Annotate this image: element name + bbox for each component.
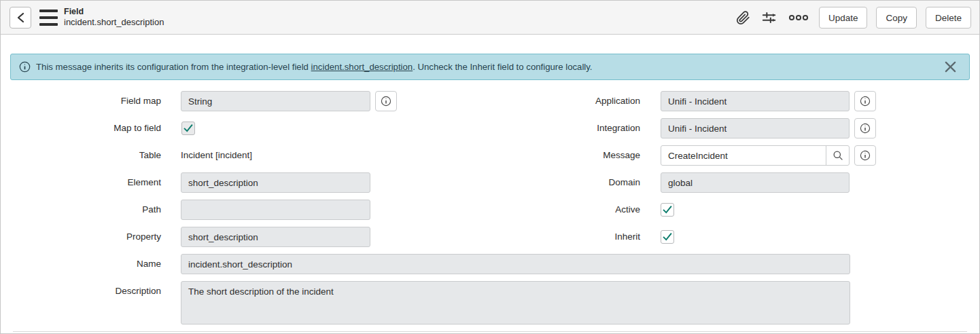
application-info-button[interactable] <box>854 91 876 111</box>
field-map-label: Field map <box>1 91 161 111</box>
checkmark-icon <box>663 205 672 215</box>
message-lookup-button[interactable] <box>826 146 849 165</box>
info-icon <box>860 123 871 134</box>
map-to-field-label: Map to field <box>1 118 161 138</box>
field-map-info-button[interactable] <box>375 91 397 111</box>
description-label: Description <box>1 281 161 301</box>
element-input[interactable] <box>181 172 370 193</box>
property-input[interactable] <box>181 227 370 247</box>
name-label: Name <box>1 254 161 274</box>
domain-label: Domain <box>480 172 640 193</box>
message-label: Message <box>480 145 640 166</box>
integration-input[interactable] <box>661 118 850 138</box>
description-textarea[interactable]: The short description of the incident <box>181 281 850 324</box>
path-input[interactable] <box>181 200 370 220</box>
search-icon <box>833 150 843 161</box>
info-icon <box>860 96 871 107</box>
map-to-field-checkbox[interactable] <box>181 122 195 135</box>
table-label: Table <box>1 145 161 166</box>
message-reference-field <box>661 145 850 166</box>
inherit-label: Inherit <box>480 227 640 247</box>
name-input[interactable] <box>181 254 850 274</box>
field-map-input[interactable] <box>181 91 370 111</box>
integration-info-button[interactable] <box>854 118 876 138</box>
application-label: Application <box>480 91 640 111</box>
field-form: Field map Application Map to field Integ… <box>1 1 979 333</box>
message-input[interactable] <box>661 146 826 165</box>
checkmark-icon <box>663 232 672 242</box>
integration-label: Integration <box>480 118 640 138</box>
property-label: Property <box>1 227 161 247</box>
info-icon <box>381 96 391 107</box>
inherit-checkbox[interactable] <box>661 230 674 244</box>
section-divider <box>13 331 967 332</box>
active-checkbox[interactable] <box>661 203 674 217</box>
checkmark-icon <box>183 124 193 133</box>
application-input[interactable] <box>661 91 850 111</box>
info-icon <box>860 150 871 161</box>
domain-input[interactable] <box>661 172 850 193</box>
path-label: Path <box>1 200 161 220</box>
field-record-page: Field incident.short_description Update … <box>0 0 980 334</box>
element-label: Element <box>1 172 161 193</box>
active-label: Active <box>480 200 640 220</box>
table-value: Incident [incident] <box>181 145 252 166</box>
message-info-button[interactable] <box>854 145 876 166</box>
